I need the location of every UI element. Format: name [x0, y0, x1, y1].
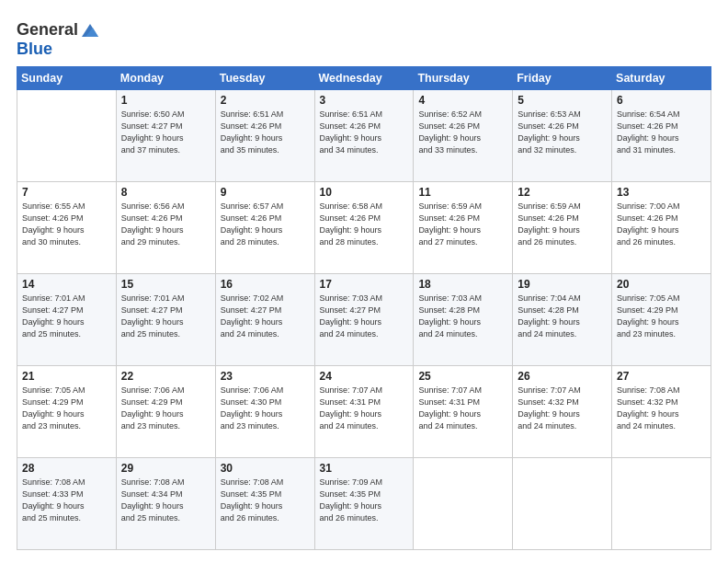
- calendar-cell: 26Sunrise: 7:07 AMSunset: 4:32 PMDayligh…: [513, 365, 612, 457]
- calendar-cell: 13Sunrise: 7:00 AMSunset: 4:26 PMDayligh…: [612, 181, 711, 273]
- calendar-cell: 2Sunrise: 6:51 AMSunset: 4:26 PMDaylight…: [215, 89, 314, 181]
- calendar-cell: 5Sunrise: 6:53 AMSunset: 4:26 PMDaylight…: [513, 89, 612, 181]
- day-info: Sunrise: 6:50 AMSunset: 4:27 PMDaylight:…: [121, 109, 210, 156]
- day-info: Sunrise: 6:51 AMSunset: 4:26 PMDaylight:…: [320, 109, 409, 156]
- weekday-monday: Monday: [116, 66, 215, 89]
- calendar-cell: 10Sunrise: 6:58 AMSunset: 4:26 PMDayligh…: [314, 181, 414, 273]
- weekday-saturday: Saturday: [612, 66, 711, 89]
- day-number: 19: [518, 278, 607, 291]
- calendar-cell: 17Sunrise: 7:03 AMSunset: 4:27 PMDayligh…: [314, 273, 414, 365]
- calendar-cell: 31Sunrise: 7:09 AMSunset: 4:35 PMDayligh…: [314, 457, 414, 549]
- day-info: Sunrise: 6:56 AMSunset: 4:26 PMDaylight:…: [121, 201, 210, 248]
- calendar-week-1: 1Sunrise: 6:50 AMSunset: 4:27 PMDaylight…: [17, 89, 711, 181]
- weekday-wednesday: Wednesday: [314, 66, 414, 89]
- day-number: 25: [418, 370, 507, 383]
- day-number: 11: [418, 186, 507, 199]
- logo: General Blue: [17, 20, 100, 59]
- day-info: Sunrise: 7:07 AMSunset: 4:31 PMDaylight:…: [320, 385, 409, 432]
- day-number: 7: [22, 186, 111, 199]
- day-number: 6: [617, 94, 706, 107]
- calendar-cell: 4Sunrise: 6:52 AMSunset: 4:26 PMDaylight…: [414, 89, 513, 181]
- calendar-cell: 29Sunrise: 7:08 AMSunset: 4:34 PMDayligh…: [116, 457, 215, 549]
- day-info: Sunrise: 7:07 AMSunset: 4:32 PMDaylight:…: [518, 385, 607, 432]
- day-info: Sunrise: 7:00 AMSunset: 4:26 PMDaylight:…: [617, 201, 706, 248]
- day-number: 17: [320, 278, 409, 291]
- calendar-cell: 8Sunrise: 6:56 AMSunset: 4:26 PMDaylight…: [116, 181, 215, 273]
- day-number: 23: [221, 370, 310, 383]
- calendar-cell: 7Sunrise: 6:55 AMSunset: 4:26 PMDaylight…: [17, 181, 117, 273]
- day-info: Sunrise: 7:08 AMSunset: 4:35 PMDaylight:…: [221, 477, 310, 524]
- day-info: Sunrise: 7:01 AMSunset: 4:27 PMDaylight:…: [121, 293, 210, 340]
- calendar-cell: 25Sunrise: 7:07 AMSunset: 4:31 PMDayligh…: [414, 365, 513, 457]
- calendar-cell: 14Sunrise: 7:01 AMSunset: 4:27 PMDayligh…: [17, 273, 117, 365]
- day-number: 14: [22, 278, 111, 291]
- calendar-cell: [17, 89, 117, 181]
- weekday-sunday: Sunday: [17, 66, 117, 89]
- day-number: 22: [121, 370, 210, 383]
- day-number: 3: [320, 94, 409, 107]
- calendar-cell: 6Sunrise: 6:54 AMSunset: 4:26 PMDaylight…: [612, 89, 711, 181]
- day-number: 1: [121, 94, 210, 107]
- day-number: 29: [121, 462, 210, 475]
- day-number: 27: [617, 370, 706, 383]
- day-info: Sunrise: 7:03 AMSunset: 4:28 PMDaylight:…: [418, 293, 507, 340]
- calendar-cell: 27Sunrise: 7:08 AMSunset: 4:32 PMDayligh…: [612, 365, 711, 457]
- day-number: 26: [518, 370, 607, 383]
- day-number: 13: [617, 186, 706, 199]
- calendar-cell: 18Sunrise: 7:03 AMSunset: 4:28 PMDayligh…: [414, 273, 513, 365]
- day-info: Sunrise: 6:53 AMSunset: 4:26 PMDaylight:…: [518, 109, 607, 156]
- day-info: Sunrise: 7:01 AMSunset: 4:27 PMDaylight:…: [22, 293, 111, 340]
- day-number: 16: [221, 278, 310, 291]
- day-info: Sunrise: 6:59 AMSunset: 4:26 PMDaylight:…: [418, 201, 507, 248]
- calendar-table: SundayMondayTuesdayWednesdayThursdayFrid…: [17, 66, 711, 550]
- calendar-cell: 30Sunrise: 7:08 AMSunset: 4:35 PMDayligh…: [215, 457, 314, 549]
- logo-icon: [80, 20, 100, 40]
- logo-blue-text: Blue: [17, 40, 52, 58]
- day-info: Sunrise: 7:08 AMSunset: 4:32 PMDaylight:…: [617, 385, 706, 432]
- calendar-week-3: 14Sunrise: 7:01 AMSunset: 4:27 PMDayligh…: [17, 273, 711, 365]
- day-number: 9: [221, 186, 310, 199]
- day-number: 8: [121, 186, 210, 199]
- day-info: Sunrise: 6:57 AMSunset: 4:26 PMDaylight:…: [221, 201, 310, 248]
- page-header: General Blue: [17, 17, 711, 59]
- day-number: 20: [617, 278, 706, 291]
- day-number: 4: [418, 94, 507, 107]
- day-info: Sunrise: 7:06 AMSunset: 4:29 PMDaylight:…: [121, 385, 210, 432]
- day-number: 2: [221, 94, 310, 107]
- calendar-cell: 20Sunrise: 7:05 AMSunset: 4:29 PMDayligh…: [612, 273, 711, 365]
- day-info: Sunrise: 6:51 AMSunset: 4:26 PMDaylight:…: [221, 109, 310, 156]
- day-number: 31: [320, 462, 409, 475]
- weekday-header-row: SundayMondayTuesdayWednesdayThursdayFrid…: [17, 66, 711, 89]
- logo-general-text: General: [17, 21, 78, 40]
- calendar-cell: 12Sunrise: 6:59 AMSunset: 4:26 PMDayligh…: [513, 181, 612, 273]
- day-number: 12: [518, 186, 607, 199]
- day-number: 30: [221, 462, 310, 475]
- calendar-cell: 19Sunrise: 7:04 AMSunset: 4:28 PMDayligh…: [513, 273, 612, 365]
- weekday-thursday: Thursday: [414, 66, 513, 89]
- calendar-cell: 1Sunrise: 6:50 AMSunset: 4:27 PMDaylight…: [116, 89, 215, 181]
- day-number: 21: [22, 370, 111, 383]
- day-info: Sunrise: 7:02 AMSunset: 4:27 PMDaylight:…: [221, 293, 310, 340]
- calendar-week-4: 21Sunrise: 7:05 AMSunset: 4:29 PMDayligh…: [17, 365, 711, 457]
- calendar-week-5: 28Sunrise: 7:08 AMSunset: 4:33 PMDayligh…: [17, 457, 711, 549]
- calendar-week-2: 7Sunrise: 6:55 AMSunset: 4:26 PMDaylight…: [17, 181, 711, 273]
- calendar-cell: 23Sunrise: 7:06 AMSunset: 4:30 PMDayligh…: [215, 365, 314, 457]
- calendar-cell: 28Sunrise: 7:08 AMSunset: 4:33 PMDayligh…: [17, 457, 117, 549]
- calendar-cell: 16Sunrise: 7:02 AMSunset: 4:27 PMDayligh…: [215, 273, 314, 365]
- day-number: 15: [121, 278, 210, 291]
- day-info: Sunrise: 6:59 AMSunset: 4:26 PMDaylight:…: [518, 201, 607, 248]
- calendar-cell: 11Sunrise: 6:59 AMSunset: 4:26 PMDayligh…: [414, 181, 513, 273]
- day-info: Sunrise: 7:08 AMSunset: 4:34 PMDaylight:…: [121, 477, 210, 524]
- day-info: Sunrise: 6:52 AMSunset: 4:26 PMDaylight:…: [418, 109, 507, 156]
- calendar-cell: 3Sunrise: 6:51 AMSunset: 4:26 PMDaylight…: [314, 89, 414, 181]
- day-number: 10: [320, 186, 409, 199]
- day-info: Sunrise: 6:58 AMSunset: 4:26 PMDaylight:…: [320, 201, 409, 248]
- calendar-cell: 9Sunrise: 6:57 AMSunset: 4:26 PMDaylight…: [215, 181, 314, 273]
- calendar-cell: 24Sunrise: 7:07 AMSunset: 4:31 PMDayligh…: [314, 365, 414, 457]
- calendar-cell: [414, 457, 513, 549]
- day-info: Sunrise: 7:05 AMSunset: 4:29 PMDaylight:…: [617, 293, 706, 340]
- calendar-cell: 15Sunrise: 7:01 AMSunset: 4:27 PMDayligh…: [116, 273, 215, 365]
- day-info: Sunrise: 7:08 AMSunset: 4:33 PMDaylight:…: [22, 477, 111, 524]
- day-info: Sunrise: 7:09 AMSunset: 4:35 PMDaylight:…: [320, 477, 409, 524]
- calendar-cell: 21Sunrise: 7:05 AMSunset: 4:29 PMDayligh…: [17, 365, 117, 457]
